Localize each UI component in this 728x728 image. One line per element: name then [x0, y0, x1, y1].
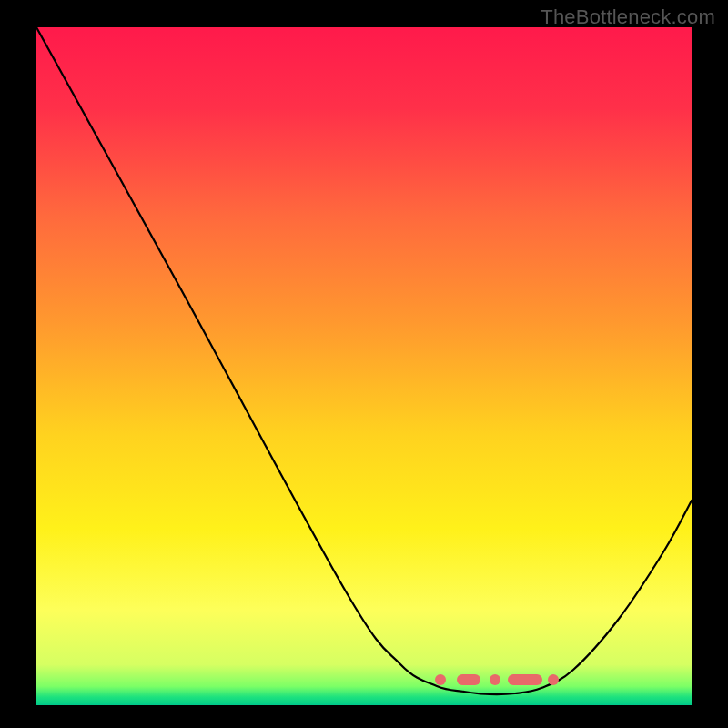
chart-svg	[36, 27, 692, 705]
marker-segment	[548, 674, 559, 685]
plot-area	[36, 27, 692, 705]
chart-stage: TheBottleneck.com	[0, 0, 728, 728]
gradient-background	[36, 27, 692, 705]
watermark-label: TheBottleneck.com	[541, 5, 715, 29]
marker-segment	[457, 674, 480, 685]
marker-segment	[508, 674, 542, 685]
marker-segment	[490, 674, 500, 685]
marker-segment	[435, 674, 446, 685]
